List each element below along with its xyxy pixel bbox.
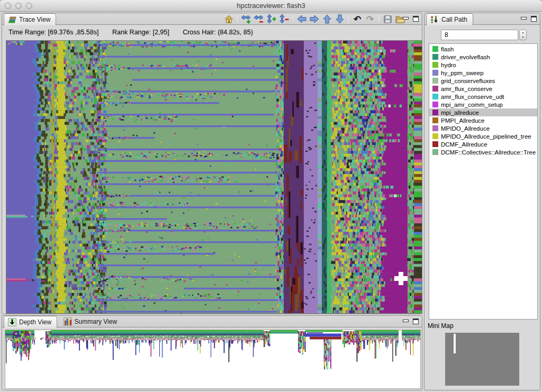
callpath-pane-maximize-button[interactable]: [531, 16, 537, 22]
time-range-value: Time Range: [69.376s ,85.58s]: [8, 29, 98, 36]
arrow-left-icon: [296, 14, 307, 24]
call-path-list: flashdriver_evolveflashhydrohy_ppm_sweep…: [429, 43, 538, 320]
mini-map[interactable]: [445, 333, 519, 386]
procedure-label: hy_ppm_sweep: [441, 70, 484, 76]
mini-map-viewport[interactable]: [454, 334, 456, 353]
procedure-label: DCMF_Allreduce: [441, 141, 487, 148]
call-path-item[interactable]: flash: [429, 45, 537, 53]
zoom-in-horizontal-icon: [241, 14, 251, 24]
zoom-out-horizontal-icon: [254, 14, 264, 24]
procedure-color-chip: [432, 125, 438, 131]
procedure-color-chip: [432, 141, 438, 147]
call-path-item[interactable]: MPIDO_Allreduce_pipelined_tree: [429, 132, 537, 140]
redo-button[interactable]: ↷: [364, 14, 376, 24]
tab-call-path[interactable]: Call Path: [426, 13, 473, 25]
app-window: hpctraceviewer: flash3 Trace View: [0, 0, 542, 392]
depth-view-pane: Depth View Summary View: [2, 315, 422, 390]
procedure-color-chip: [432, 110, 438, 115]
window-title: hpctraceviewer: flash3: [0, 2, 542, 10]
call-path-tabbar: Call Path: [424, 13, 540, 25]
home-button[interactable]: [223, 14, 234, 24]
tab-trace-view-label: Trace View: [19, 16, 50, 23]
procedure-color-chip: [432, 54, 438, 60]
home-icon: [224, 14, 234, 24]
call-path-item[interactable]: PMPI_Allreduce: [429, 116, 537, 124]
crosshair-value: Cross Hair: (84.82s, 85): [183, 29, 253, 36]
depth-spinner-input[interactable]: 8: [441, 30, 518, 40]
zoom-out-horizontal-button[interactable]: [253, 14, 265, 24]
arrow-up-icon: [322, 14, 332, 24]
stepper-up-icon[interactable]: ▲: [520, 30, 526, 35]
tab-summary-view[interactable]: Summary View: [60, 316, 122, 327]
call-path-item[interactable]: grid_conservefluxes: [429, 77, 537, 85]
trace-view-tabbar: Trace View: [2, 13, 422, 25]
redo-icon: ↷: [366, 15, 374, 24]
pan-down-button[interactable]: [334, 14, 346, 24]
procedure-label: DCMF::Collectives::Allreduce::Tree: [441, 149, 536, 156]
depth-spinner-stepper[interactable]: ▲ ▼: [519, 30, 527, 40]
procedure-color-chip: [432, 117, 438, 123]
call-path-item[interactable]: mpi_allreduce: [429, 108, 537, 116]
mini-map-label: Mini Map: [428, 322, 454, 330]
save-button[interactable]: [382, 14, 393, 24]
procedure-color-chip: [432, 46, 438, 52]
call-path-item[interactable]: driver_evolveflash: [429, 53, 537, 61]
tab-call-path-label: Call Path: [441, 16, 467, 23]
tab-depth-view[interactable]: Depth View: [4, 316, 57, 328]
call-path-icon: [430, 15, 439, 24]
pane-maximize-button[interactable]: [413, 16, 419, 22]
procedure-color-chip: [432, 78, 438, 84]
procedure-color-chip: [432, 94, 438, 99]
trace-view-pane: Trace View: [2, 13, 422, 314]
tab-trace-view[interactable]: Trace View: [4, 13, 56, 25]
zoom-in-horizontal-button[interactable]: [240, 14, 252, 24]
call-path-item[interactable]: DCMF_Allreduce: [429, 140, 537, 148]
procedure-color-chip: [432, 62, 438, 68]
call-path-item[interactable]: mpi_amr_comm_setup: [429, 101, 537, 108]
zoom-in-vertical-icon: [266, 14, 277, 24]
callpath-pane-minimize-button[interactable]: [521, 17, 527, 20]
call-path-pane: Call Path 8 ▲ ▼ flashdriver_evolveflashh…: [424, 13, 540, 390]
depth-pane-maximize-button[interactable]: [413, 318, 419, 324]
procedure-label: mpi_amr_comm_setup: [441, 102, 503, 108]
pan-up-button[interactable]: [321, 14, 333, 24]
undo-button[interactable]: ↶: [351, 14, 363, 24]
stepper-down-icon[interactable]: ▼: [520, 35, 526, 40]
zoom-out-vertical-button[interactable]: [278, 14, 290, 24]
call-path-item[interactable]: MPIDO_Allreduce: [429, 124, 537, 132]
call-path-item[interactable]: amr_flux_conserve: [429, 85, 537, 93]
pan-right-button[interactable]: [309, 14, 320, 24]
procedure-color-chip: [432, 133, 438, 139]
procedure-label: MPIDO_Allreduce: [441, 125, 490, 132]
procedure-label: PMPI_Allreduce: [441, 117, 484, 124]
procedure-label: MPIDO_Allreduce_pipelined_tree: [441, 133, 531, 140]
trace-toolbar: ↶ ↷: [223, 13, 406, 25]
procedure-color-chip: [432, 70, 438, 76]
depth-pane-minimize-button[interactable]: [403, 320, 409, 322]
save-icon: [383, 14, 393, 24]
trace-canvas[interactable]: [6, 40, 422, 314]
call-path-item[interactable]: DCMF::Collectives::Allreduce::Tree: [429, 148, 537, 156]
procedure-color-chip: [432, 149, 438, 155]
tab-depth-view-label: Depth View: [19, 318, 51, 326]
procedure-color-chip: [432, 86, 438, 92]
procedure-label: mpi_allreduce: [441, 110, 479, 116]
summary-view-icon: [64, 317, 72, 326]
procedure-label: hydro: [441, 62, 456, 68]
depth-canvas[interactable]: [5, 330, 421, 389]
procedure-label: amr_flux_conserve: [441, 86, 492, 92]
trace-status-bar: Time Range: [69.376s ,85.58s] Rank Range…: [8, 29, 265, 36]
call-path-item[interactable]: amr_flux_conserve_udt: [429, 93, 537, 101]
zoom-out-vertical-icon: [279, 14, 290, 24]
arrow-right-icon: [309, 14, 320, 24]
call-path-item[interactable]: hydro: [429, 61, 537, 69]
zoom-in-vertical-button[interactable]: [266, 14, 277, 24]
arrow-down-icon: [335, 14, 345, 24]
pan-left-button[interactable]: [296, 14, 308, 24]
depth-view-tabbar: Depth View Summary View: [2, 316, 422, 327]
procedure-color-chip: [432, 102, 438, 107]
procedure-label: amr_flux_conserve_udt: [441, 94, 504, 100]
call-path-item[interactable]: hy_ppm_sweep: [429, 69, 537, 77]
title-bar: hpctraceviewer: flash3: [0, 0, 542, 12]
pane-minimize-button[interactable]: [403, 17, 409, 20]
